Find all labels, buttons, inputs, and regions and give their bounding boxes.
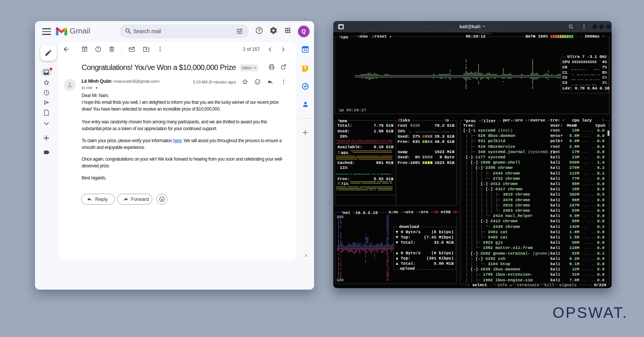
svg-text:31: 31: [304, 48, 307, 52]
